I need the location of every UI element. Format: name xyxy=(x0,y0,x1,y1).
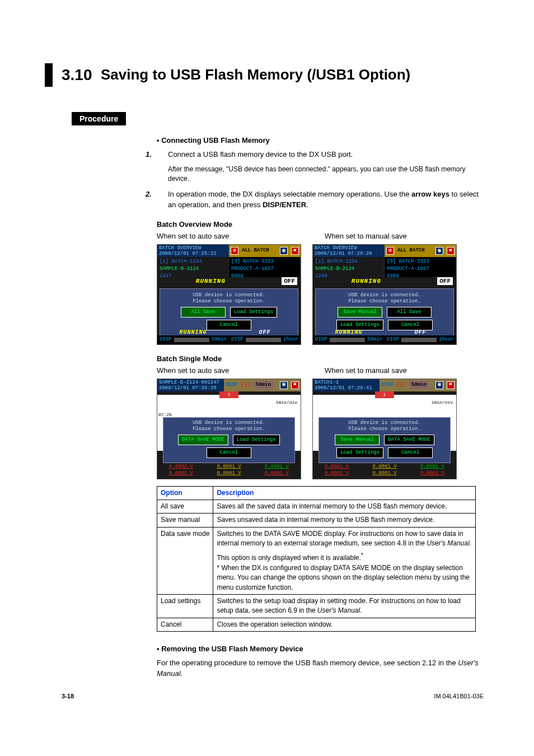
btn-all-save[interactable]: All Save xyxy=(181,307,226,318)
overview-auto-caption: When set to auto save xyxy=(157,231,313,242)
connecting-heading: Connecting USB Flash Memory xyxy=(157,136,484,146)
popup: USB device is connected.Please choose op… xyxy=(318,417,451,463)
removing-body: For the operating procedure to remove th… xyxy=(157,658,484,679)
msg2: Please choose operation. xyxy=(193,298,265,304)
step-2-text-a: In operation mode, the DX displays selec… xyxy=(168,190,411,198)
runbar-l: RUNNING xyxy=(313,329,385,335)
opt-load-settings: Load settings xyxy=(157,595,213,618)
rate-lbl: 50min xyxy=(254,381,273,389)
col2-a: PRODUCT-A-1027 xyxy=(387,265,453,273)
th-option: Option xyxy=(157,486,213,500)
step-2-disp: DISP/ENTER xyxy=(263,200,306,209)
val-b-1: 0.0001 V xyxy=(360,470,408,477)
batch-single-heading: Batch Single Mode xyxy=(157,354,484,365)
scr-ts: 2008/12/01 07:29:41 xyxy=(315,385,372,391)
btn-load-settings[interactable]: Load Settings xyxy=(230,307,277,318)
procedure-heading: Procedure xyxy=(72,112,126,125)
disp-pill: DISP xyxy=(381,381,394,389)
val-b-2: 0.0001 V xyxy=(409,470,456,477)
f-t1: 59min xyxy=(367,336,382,343)
table-row: All save Saves all the saved data in int… xyxy=(157,500,476,513)
f-t2: 1hour xyxy=(439,336,454,343)
section-title: Saving to USB Flash Memory (/USB1 Option… xyxy=(101,66,410,83)
scr-title: BATCH OVERVIEW xyxy=(159,245,202,251)
batch-overview-heading: Batch Overview Mode xyxy=(157,220,484,230)
btn-cancel[interactable]: Cancel xyxy=(388,447,433,458)
msg2: Please choose operation. xyxy=(193,426,265,432)
msg1: USB device is connected. xyxy=(193,292,265,298)
options-table: Option Description All save Saves all th… xyxy=(157,486,476,632)
btn-save-manual[interactable]: Save Manual xyxy=(338,307,382,318)
opt-all-save: All save xyxy=(157,500,213,513)
col1-h: [1] BATCH-1234 xyxy=(160,258,226,265)
table-row: Data save mode Switches to the DATA SAVE… xyxy=(157,527,476,594)
scr-ts: 2008/12/01 07:28:20 xyxy=(315,251,372,256)
opt-cancel: Cancel xyxy=(157,618,213,631)
col1-a: SAMPLE-B-2124 xyxy=(315,265,382,273)
msg1: USB device is connected. xyxy=(348,420,421,426)
f-disp-r: DISP xyxy=(231,336,243,343)
btn-data-save-mode[interactable]: DATA SAVE MODE xyxy=(384,435,434,445)
table-row: Save manual Saves unsaved data in intern… xyxy=(157,514,476,527)
step-1-text: Connect a USB flash memory device to the… xyxy=(168,150,353,158)
runbar-r: OFF xyxy=(385,329,456,335)
f-disp-r: DISP xyxy=(387,336,399,343)
stop-icon: ✖ xyxy=(447,381,455,389)
step-2-arrow: arrow keys xyxy=(411,190,449,198)
msg2: Please choose operation. xyxy=(348,298,421,304)
axis-lbl: 1min/div xyxy=(432,399,453,406)
tab-lbl: [1] xyxy=(397,381,406,389)
overview-auto-screenshot: BATCH OVERVIEW2008/12/01 07:25:22 ✻ALL B… xyxy=(157,244,301,345)
scr-banner: ALL BATCH xyxy=(242,247,277,254)
popup: USB device is connected.Please choose op… xyxy=(163,417,295,463)
val-b-0: 0.0001 V xyxy=(157,470,205,477)
btn-load-settings[interactable]: Load Settings xyxy=(336,447,383,458)
btn-save-manual[interactable]: Save Manual xyxy=(335,435,380,445)
off-1: OFF xyxy=(437,277,453,285)
off-1: OFF xyxy=(282,277,297,285)
axis-lbl: 1min/div xyxy=(276,399,297,406)
stop-icon: ✖ xyxy=(291,247,299,255)
overview-manual-caption: When set to manual save xyxy=(325,231,481,242)
opt-data-save-mode-desc: Switches to the DATA SAVE MODE display. … xyxy=(213,527,476,594)
f-t2: 1hour xyxy=(283,336,298,343)
record-icon: ◉ xyxy=(435,247,443,255)
btn-all-save[interactable]: All Save xyxy=(387,307,432,318)
step-1-sub: After the message, "USB device has been … xyxy=(168,165,484,184)
running-1: RUNNING xyxy=(157,277,229,287)
opt-data-save-mode: Data save mode xyxy=(157,527,213,594)
btn-data-save-mode[interactable]: DATA SAVE MODE xyxy=(178,435,228,445)
f-disp-l: DISP xyxy=(160,336,172,343)
single-manual-screenshot: BATCH1-12008/12/01 07:29:41 DISP[1]50min… xyxy=(312,379,457,479)
rate-lbl: 50min xyxy=(409,381,429,389)
scr-title: SAMPLE-B-2124-001247 xyxy=(159,380,219,385)
doc-id: IM 04L41B01-03E xyxy=(434,693,484,699)
alarm-icon: ✻ xyxy=(386,247,394,255)
stop-icon: ✖ xyxy=(447,247,455,255)
stop-icon: ✖ xyxy=(291,381,299,389)
val-b-1: 0.0001 V xyxy=(205,470,252,477)
scr-ts: 2008/12/01 07:26:28 xyxy=(159,385,217,391)
record-icon: ◉ xyxy=(435,381,443,389)
btn-cancel[interactable]: Cancel xyxy=(207,447,251,458)
col2-h: [3] BATCH-3333 xyxy=(231,258,298,265)
btn-load-settings[interactable]: Load Settings xyxy=(233,435,280,445)
removing-heading: Removing the USB Flash Memory Device xyxy=(157,644,484,655)
running-1: RUNNING xyxy=(313,277,385,287)
table-row: Load settings Switches to the setup load… xyxy=(157,595,476,618)
table-row: Cancel Closes the operation selection wi… xyxy=(157,618,476,631)
scr-banner: ALL BATCH xyxy=(397,247,432,254)
f-t1: 59min xyxy=(212,336,227,343)
single-auto-screenshot: SAMPLE-B-2124-0012472008/12/01 07:26:28 … xyxy=(157,379,301,479)
single-manual-caption: When set to manual save xyxy=(325,366,481,376)
tab-lbl: [1] xyxy=(241,381,250,389)
step-2: 2.In operation mode, the DX displays sel… xyxy=(157,189,484,211)
trend-tab: 1 xyxy=(219,391,238,398)
opt-save-manual: Save manual xyxy=(157,514,213,527)
runbar-l: RUNNING xyxy=(157,329,229,335)
opt-all-save-desc: Saves all the saved data in internal mem… xyxy=(213,500,476,513)
record-icon: ◉ xyxy=(280,381,288,389)
opt-load-settings-desc: Switches to the setup load display in se… xyxy=(213,595,476,618)
th-desc: Description xyxy=(213,486,476,500)
col2-h: [3] BATCH-3333 xyxy=(387,258,453,265)
